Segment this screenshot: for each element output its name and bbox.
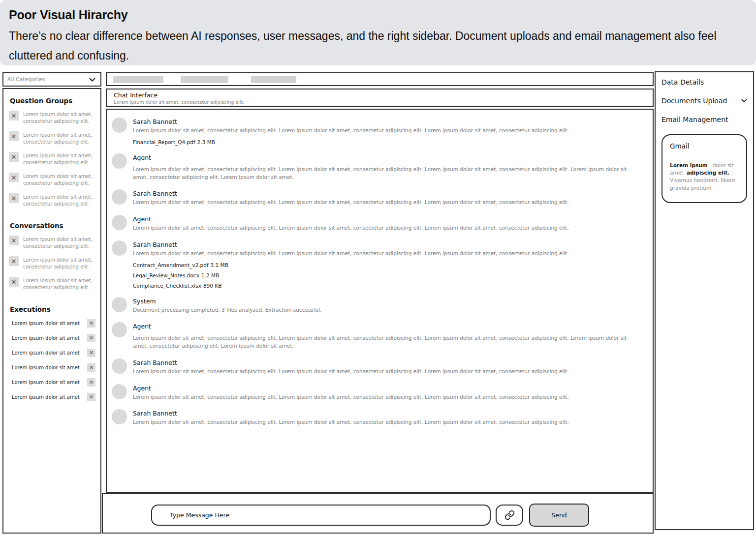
message-text: Lorem ipsum dolor sit amet, consectetur … xyxy=(133,334,643,350)
avatar xyxy=(112,215,127,230)
message-input[interactable] xyxy=(151,505,491,526)
message-text: Lorem ipsum dolor sit amet, consectetur … xyxy=(133,224,569,232)
execution-item[interactable]: Lorem ipsum dolor sit amet ✕ xyxy=(12,319,95,328)
right-sidebar: Data Details Documents Upload Email Mana… xyxy=(655,71,754,530)
message-author: Sarah Bannett xyxy=(133,118,569,125)
question-group-item[interactable]: ✕ Lorem ipsum dolor sit amet, consectetu… xyxy=(9,111,96,124)
message-author: Sarah Bannett xyxy=(133,359,569,366)
tab-placeholder[interactable] xyxy=(113,76,163,83)
main-top-bar xyxy=(106,72,654,86)
category-filter-value: All Categories xyxy=(7,76,45,83)
execution-item[interactable]: Lorem ipsum dolor sit amet ✕ xyxy=(12,363,95,372)
checkbox-x-icon[interactable]: ✕ xyxy=(9,193,19,203)
gmail-card-text: Lorem ipsum : dolor sit amet, adipiscing… xyxy=(670,162,739,192)
chat-subtitle: Lorem ipsum dolor sit amet, consectetur … xyxy=(114,99,653,105)
question-group-item[interactable]: ✕ Lorem ipsum dolor sit amet, consectetu… xyxy=(9,193,96,207)
message-text: Lorem ipsum dolor sit amet, consectetur … xyxy=(133,418,569,426)
attachment-file[interactable]: Compliance_Checklist.xlsx890 KB xyxy=(133,283,569,289)
checkbox-x-icon[interactable]: ✕ xyxy=(9,111,19,120)
attachment-name: Legal_Review_Notes.docx xyxy=(133,272,199,278)
question-group-item[interactable]: ✕ Lorem ipsum dolor sit amet, consectetu… xyxy=(9,131,96,145)
chat-message: Sarah Bannett Lorem ipsum dolor sit amet… xyxy=(112,118,643,145)
attachment-size: 1.2 MB xyxy=(201,272,219,278)
chat-message: Sarah Bannett Lorem ipsum dolor sit amet… xyxy=(112,358,643,376)
category-filter-dropdown[interactable]: All Categories xyxy=(2,72,101,87)
chat-title: Chat Interface xyxy=(114,91,653,99)
execution-item[interactable]: Lorem ipsum dolor sit amet ✕ xyxy=(12,378,95,387)
chevron-down-icon xyxy=(89,78,95,82)
message-list: Sarah Bannett Lorem ipsum dolor sit amet… xyxy=(106,109,654,493)
left-sidebar: Question Groups ✕ Lorem ipsum dolor sit … xyxy=(2,88,101,534)
section-title-executions: Executions xyxy=(10,305,96,313)
checkbox-x-icon[interactable]: ✕ xyxy=(9,131,19,141)
message-author: Sarah Bannett xyxy=(133,410,569,417)
attachment-name: Compliance_Checklist.xlsx xyxy=(133,283,201,289)
chevron-down-icon xyxy=(741,99,747,103)
checkbox-x-icon[interactable]: ✕ xyxy=(9,173,19,182)
close-x-icon[interactable]: ✕ xyxy=(87,363,95,372)
message-text: Lorem ipsum dolor sit amet, consectetur … xyxy=(133,393,569,401)
message-author: Agent xyxy=(133,385,569,392)
chat-message: Sarah Bannett Lorem ipsum dolor sit amet… xyxy=(112,240,643,289)
tab-placeholder[interactable] xyxy=(181,76,228,83)
attachment-size: 3.1 MB xyxy=(211,262,228,268)
message-text: Lorem ipsum dolor sit amet, consectetur … xyxy=(133,250,569,258)
gmail-card: Gmail Lorem ipsum : dolor sit amet, adip… xyxy=(662,134,747,203)
attachment-file[interactable]: Legal_Review_Notes.docx1.2 MB xyxy=(133,272,569,278)
execution-item[interactable]: Lorem ipsum dolor sit amet ✕ xyxy=(12,349,95,357)
close-x-icon[interactable]: ✕ xyxy=(87,349,95,357)
close-x-icon[interactable]: ✕ xyxy=(87,319,95,328)
avatar xyxy=(112,358,127,374)
question-group-item[interactable]: ✕ Lorem ipsum dolor sit amet, consectetu… xyxy=(9,173,96,186)
checkbox-x-icon[interactable]: ✕ xyxy=(9,152,19,162)
attachment-name: Contract_Amendment_v2.pdf xyxy=(133,262,209,268)
sidebar-item-data-details: Data Details xyxy=(662,78,747,86)
section-title-conversations: Conversations xyxy=(10,222,96,230)
sidebar-item-email-management: Email Management xyxy=(662,116,747,123)
message-author: System xyxy=(133,298,321,305)
avatar xyxy=(112,240,127,256)
gmail-card-title: Gmail xyxy=(670,142,739,150)
chat-message: Sarah Bannett Lorem ipsum dolor sit amet… xyxy=(112,189,643,207)
annotation-title: Poor Visual Hirarchy xyxy=(9,8,746,22)
annotation-description: There’s no clear difference between AI r… xyxy=(9,26,746,65)
attach-link-button[interactable] xyxy=(496,505,523,526)
attachment-file[interactable]: Financial_Report_Q4.pdf2.3 MB xyxy=(133,139,569,145)
conversation-item[interactable]: ✕ Lorem ipsum dolor sit amet, consectetu… xyxy=(9,236,96,249)
question-group-item[interactable]: ✕ Lorem ipsum dolor sit amet, consectetu… xyxy=(9,152,96,166)
checkbox-x-icon[interactable]: ✕ xyxy=(9,277,19,287)
close-x-icon[interactable]: ✕ xyxy=(87,334,95,342)
avatar xyxy=(112,409,127,424)
tab-placeholder[interactable] xyxy=(251,76,296,83)
checkbox-x-icon[interactable]: ✕ xyxy=(9,256,19,266)
attachment-name: Financial_Report_Q4.pdf xyxy=(133,139,195,145)
close-x-icon[interactable]: ✕ xyxy=(87,378,95,387)
avatar xyxy=(112,153,127,169)
section-title-question-groups: Question Groups xyxy=(10,97,96,105)
attachment-size: 2.3 MB xyxy=(197,139,215,145)
message-author: Sarah Bannett xyxy=(133,190,569,197)
message-author: Sarah Bannett xyxy=(133,241,569,248)
sidebar-item-documents-upload[interactable]: Documents Upload xyxy=(662,97,747,105)
execution-item[interactable]: Lorem ipsum dolor sit amet ✕ xyxy=(12,393,95,401)
conversation-item[interactable]: ✕ Lorem ipsum dolor sit amet, consectetu… xyxy=(9,277,96,291)
chat-message-system: System Document processing completed. 3 … xyxy=(112,297,643,314)
attachment-file[interactable]: Contract_Amendment_v2.pdf3.1 MB xyxy=(133,262,569,268)
attachment-size: 890 KB xyxy=(203,283,221,289)
avatar xyxy=(112,118,127,133)
checkbox-x-icon[interactable]: ✕ xyxy=(9,236,19,245)
chat-message: Agent Lorem ipsum dolor sit amet, consec… xyxy=(112,322,643,350)
avatar xyxy=(112,322,127,337)
chat-message: Sarah Bannett Lorem ipsum dolor sit amet… xyxy=(112,409,643,426)
composer-bar: Send xyxy=(102,493,654,534)
message-text: Lorem ipsum dolor sit amet, consectetur … xyxy=(133,166,643,181)
send-button[interactable]: Send xyxy=(529,504,589,527)
execution-item[interactable]: Lorem ipsum dolor sit amet ✕ xyxy=(12,334,95,342)
close-x-icon[interactable]: ✕ xyxy=(87,393,95,401)
message-author: Agent xyxy=(133,323,643,330)
message-author: Agent xyxy=(133,215,569,223)
avatar xyxy=(112,384,127,399)
conversation-item[interactable]: ✕ Lorem ipsum dolor sit amet, consectetu… xyxy=(9,256,96,270)
message-text: Lorem ipsum dolor sit amet, consectetur … xyxy=(133,127,569,135)
chat-message: Agent Lorem ipsum dolor sit amet, consec… xyxy=(112,215,643,232)
